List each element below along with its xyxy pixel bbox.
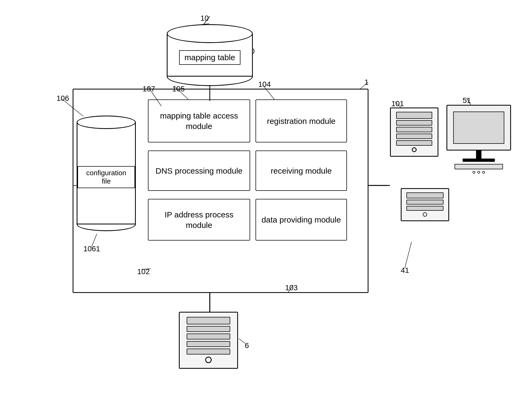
label-101: 101 bbox=[391, 99, 404, 108]
config-file-db: configuration file bbox=[77, 116, 136, 231]
config-file-label: configuration file bbox=[77, 166, 135, 188]
label-107: 107 bbox=[143, 85, 155, 93]
label-1: 1 bbox=[364, 78, 369, 87]
data-providing-module: data providing module bbox=[256, 199, 347, 241]
label-1061: 1061 bbox=[83, 245, 100, 253]
server-6 bbox=[179, 312, 238, 369]
label-51: 51 bbox=[463, 96, 471, 105]
label-105: 105 bbox=[172, 85, 185, 93]
mapping-table-label: mapping table bbox=[179, 50, 240, 65]
mapping-table-db: mapping table bbox=[167, 24, 253, 86]
label-104: 104 bbox=[258, 80, 271, 89]
label-106: 106 bbox=[56, 94, 69, 103]
mapping-table-access-module: mapping table access module bbox=[148, 99, 250, 142]
computer-51 bbox=[446, 105, 511, 174]
label-6: 6 bbox=[245, 341, 249, 350]
label-10: 10 bbox=[200, 14, 209, 23]
diagram: mapping table 10 100 1 configuration fil… bbox=[0, 0, 532, 419]
receiving-module: receiving module bbox=[256, 151, 347, 191]
label-41: 41 bbox=[401, 266, 409, 275]
svg-line-22 bbox=[239, 339, 245, 343]
ip-address-process-module: IP address process module bbox=[148, 199, 250, 241]
svg-line-18 bbox=[405, 242, 412, 268]
dns-processing-module: DNS processing module bbox=[148, 151, 250, 191]
registration-module: registration module bbox=[256, 99, 347, 142]
label-102: 102 bbox=[137, 267, 150, 276]
server-101 bbox=[390, 108, 438, 157]
computer-41 bbox=[401, 188, 449, 221]
label-103: 103 bbox=[285, 284, 298, 292]
